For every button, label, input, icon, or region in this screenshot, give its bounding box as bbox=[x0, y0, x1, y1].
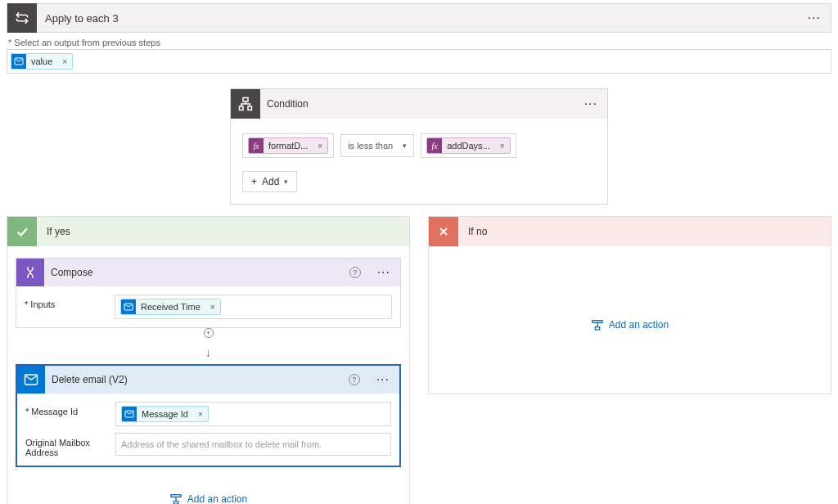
plus-icon: + bbox=[251, 176, 257, 187]
message-id-token-label: Message Id bbox=[137, 409, 193, 419]
svg-rect-1 bbox=[243, 98, 248, 102]
outlook-action-icon bbox=[17, 366, 45, 394]
remove-token-icon[interactable]: × bbox=[495, 142, 510, 151]
compose-menu-icon[interactable]: ··· bbox=[367, 265, 400, 280]
remove-token-icon[interactable]: × bbox=[193, 410, 208, 419]
svg-rect-3 bbox=[248, 106, 252, 110]
branch-yes: If yes Compose ? ··· * Inputs bbox=[7, 216, 410, 504]
adddays-token[interactable]: fx addDays... × bbox=[426, 137, 510, 154]
svg-rect-12 bbox=[595, 327, 599, 330]
add-action-yes[interactable]: Add an action bbox=[16, 479, 401, 504]
received-time-label: Received Time bbox=[136, 302, 205, 312]
branch-no-body: Add an action bbox=[429, 246, 831, 394]
svg-rect-11 bbox=[592, 321, 602, 323]
fx-icon: fx bbox=[249, 138, 264, 153]
add-action-icon bbox=[591, 319, 604, 331]
check-icon bbox=[7, 217, 37, 246]
chevron-down-icon: ▾ bbox=[284, 178, 288, 186]
arrow-down-icon: ↓ bbox=[205, 346, 211, 359]
outlook-icon bbox=[11, 54, 26, 69]
condition-right-operand[interactable]: fx addDays... × bbox=[421, 133, 516, 158]
apply-to-each-icon bbox=[7, 3, 37, 33]
condition-menu-icon[interactable]: ··· bbox=[574, 97, 607, 111]
branch-no: If no Add an action bbox=[428, 216, 831, 394]
inputs-row: * Inputs Received Time × bbox=[25, 295, 392, 319]
condition-operator-label: is less than bbox=[348, 141, 393, 151]
mailbox-row: Original Mailbox Address bbox=[25, 433, 391, 457]
remove-token-icon[interactable]: × bbox=[205, 303, 220, 312]
insert-step-icon[interactable]: + bbox=[206, 329, 210, 337]
branch-no-header: If no bbox=[429, 217, 831, 246]
mailbox-input[interactable] bbox=[121, 439, 385, 449]
condition-header[interactable]: Condition ··· bbox=[231, 89, 607, 119]
compose-header[interactable]: Compose ? ··· bbox=[16, 259, 400, 286]
outlook-icon bbox=[122, 407, 137, 421]
formatdatetime-token[interactable]: fx formatD... × bbox=[248, 137, 328, 154]
adddays-label: addDays... bbox=[442, 141, 495, 151]
add-action-yes-label: Add an action bbox=[187, 493, 247, 504]
output-label: * Select an output from previous steps bbox=[8, 38, 830, 47]
value-token[interactable]: value × bbox=[11, 53, 73, 70]
received-time-token[interactable]: Received Time × bbox=[120, 299, 221, 315]
condition-operator-select[interactable]: is less than ▾ bbox=[340, 134, 414, 157]
add-condition-label: Add bbox=[262, 176, 279, 187]
delete-email-card: Delete email (V2) ? ··· * Message Id Mes… bbox=[16, 364, 401, 467]
help-icon[interactable]: ? bbox=[349, 374, 360, 385]
output-field[interactable]: value × bbox=[7, 49, 831, 74]
condition-left-operand[interactable]: fx formatD... × bbox=[242, 133, 334, 158]
formatdatetime-label: formatD... bbox=[264, 141, 313, 151]
chevron-down-icon: ▾ bbox=[403, 142, 407, 150]
apply-to-each-title: Apply to each 3 bbox=[37, 12, 798, 25]
branch-yes-header: If yes bbox=[7, 217, 409, 246]
remove-token-icon[interactable]: × bbox=[313, 142, 327, 151]
add-action-icon bbox=[169, 493, 182, 504]
condition-body: fx formatD... × is less than ▾ fx addDay… bbox=[231, 119, 607, 204]
message-id-token[interactable]: Message Id × bbox=[121, 406, 209, 422]
message-id-row: * Message Id Message Id × bbox=[25, 402, 391, 426]
branch-yes-title: If yes bbox=[37, 226, 70, 237]
svg-rect-2 bbox=[240, 106, 244, 110]
apply-to-each-header[interactable]: Apply to each 3 ··· bbox=[7, 3, 831, 33]
compose-body: * Inputs Received Time × bbox=[16, 286, 400, 327]
fx-icon: fx bbox=[427, 138, 442, 153]
remove-token-icon[interactable]: × bbox=[57, 57, 72, 66]
add-condition-button[interactable]: + Add ▾ bbox=[242, 171, 297, 192]
delete-email-menu-icon[interactable]: ··· bbox=[367, 372, 399, 387]
compose-icon bbox=[16, 259, 44, 286]
branch-yes-body: Compose ? ··· * Inputs Received Time bbox=[7, 246, 409, 504]
mailbox-label: Original Mailbox Address bbox=[25, 433, 115, 457]
add-action-no[interactable]: Add an action bbox=[437, 304, 822, 334]
compose-title: Compose bbox=[44, 267, 349, 278]
message-id-field[interactable]: Message Id × bbox=[115, 402, 391, 426]
condition-row: fx formatD... × is less than ▾ fx addDay… bbox=[242, 133, 596, 158]
apply-to-each-menu-icon[interactable]: ··· bbox=[798, 11, 831, 25]
branches-container: If yes Compose ? ··· * Inputs bbox=[7, 216, 831, 504]
value-token-label: value bbox=[26, 56, 57, 66]
svg-rect-7 bbox=[171, 495, 181, 497]
inputs-label: * Inputs bbox=[25, 295, 115, 309]
mailbox-field[interactable] bbox=[115, 433, 391, 456]
x-icon bbox=[429, 217, 458, 246]
message-id-label: * Message Id bbox=[25, 402, 115, 416]
inputs-field[interactable]: Received Time × bbox=[115, 295, 392, 319]
condition-title: Condition bbox=[260, 98, 574, 110]
outlook-icon bbox=[121, 299, 136, 314]
condition-card: Condition ··· fx formatD... × is less th… bbox=[230, 88, 608, 205]
delete-email-body: * Message Id Message Id × bbox=[17, 394, 399, 466]
connector: + ↓ bbox=[16, 335, 401, 359]
branch-no-title: If no bbox=[458, 226, 487, 237]
condition-icon bbox=[231, 89, 260, 119]
delete-email-header[interactable]: Delete email (V2) ? ··· bbox=[17, 366, 399, 394]
add-action-no-label: Add an action bbox=[609, 319, 669, 331]
delete-email-title: Delete email (V2) bbox=[45, 374, 349, 385]
help-icon[interactable]: ? bbox=[349, 267, 361, 278]
compose-card: Compose ? ··· * Inputs Received Time bbox=[16, 258, 401, 328]
